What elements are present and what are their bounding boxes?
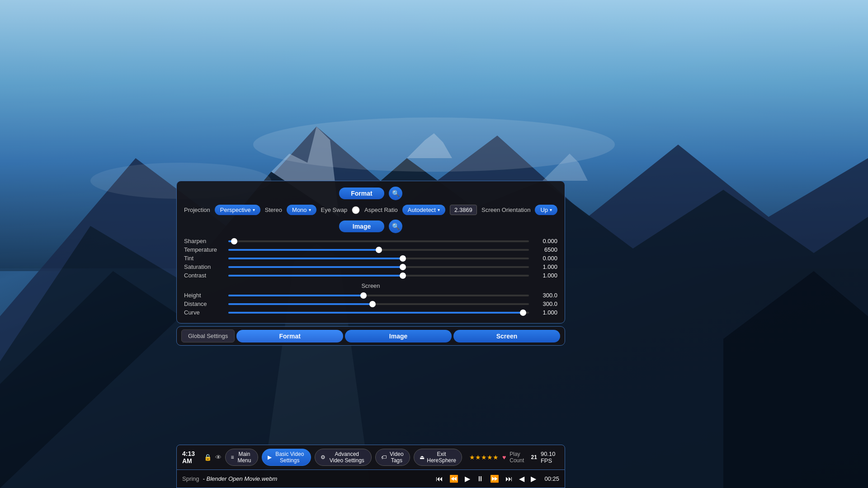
contrast-fill	[228, 275, 403, 277]
tint-value: 0.000	[533, 255, 557, 262]
main-menu-icon: ≡	[231, 454, 234, 460]
taskbar-bottom: Spring - Blender Open Movie.webm ⏮ ⏪ ▶ ⏸…	[176, 470, 565, 488]
contrast-label: Contrast	[184, 272, 225, 279]
video-tags-label: Video Tags	[389, 451, 404, 464]
lock-icon[interactable]: 🔒	[204, 454, 212, 461]
sharpen-thumb[interactable]	[231, 238, 237, 244]
eye-icon[interactable]: 👁	[215, 454, 222, 461]
eye-swap-label: Eye Swap	[321, 206, 348, 213]
temperature-fill	[228, 249, 379, 251]
contrast-thumb[interactable]	[400, 272, 406, 279]
basic-video-settings-button[interactable]: ▶ Basic Video Settings	[262, 449, 311, 466]
saturation-label: Saturation	[184, 263, 225, 270]
image-search-button[interactable]: 🔍	[389, 220, 402, 233]
format-search-button[interactable]: 🔍	[389, 187, 402, 200]
fast-forward-button[interactable]: ⏩	[488, 474, 501, 484]
image-button[interactable]: Image	[339, 221, 384, 232]
time-display: 00:25	[544, 475, 559, 482]
heart-icon[interactable]: ♥	[502, 454, 506, 461]
stereo-dropdown[interactable]: Mono	[287, 205, 316, 215]
skip-forward-button[interactable]: ⏭	[504, 474, 514, 484]
spring-label: Spring	[182, 475, 199, 482]
taskbar: 4:13 AM 🔒 👁 ≡ Main Menu ▶ Basic Video Se…	[176, 445, 565, 488]
temperature-track[interactable]	[228, 249, 529, 251]
tint-fill	[228, 258, 403, 259]
main-ui-panel: Format 🔍 Projection Perspective Stereo M…	[176, 181, 565, 348]
sharpen-label: Sharpen	[184, 238, 225, 244]
aspect-ratio-dropdown[interactable]: Autodetect	[402, 205, 445, 215]
distance-fill	[228, 303, 373, 305]
curve-value: 1.000	[533, 309, 557, 316]
tint-thumb[interactable]	[400, 255, 406, 262]
contrast-track[interactable]	[228, 275, 529, 277]
video-tags-button[interactable]: 🏷 Video Tags	[375, 449, 410, 466]
screen-sliders: Height 300.0 Distance 300.0 Curve	[184, 292, 557, 316]
pause-button[interactable]: ⏸	[475, 474, 486, 484]
skip-back-button[interactable]: ⏮	[434, 474, 445, 484]
saturation-value: 1.000	[533, 263, 557, 270]
format-button[interactable]: Format	[339, 188, 384, 199]
main-menu-button[interactable]: ≡ Main Menu	[225, 449, 259, 466]
playback-controls: ⏮ ⏪ ▶ ⏸ ⏩ ⏭ ◀ ▶ 00:25	[434, 474, 559, 484]
svg-point-9	[253, 117, 615, 172]
saturation-thumb[interactable]	[400, 264, 406, 270]
format-search-icon: 🔍	[392, 190, 400, 197]
next-button[interactable]: ▶	[529, 474, 538, 484]
bottom-tabs-row: Global Settings Format Image Screen	[176, 326, 565, 346]
eye-swap-toggle[interactable]	[352, 206, 360, 214]
fps-display: 90.10 FPS	[541, 450, 559, 464]
projection-row: Projection Perspective Stereo Mono Eye S…	[184, 205, 557, 215]
image-sliders: Sharpen 0.000 Temperature 6500 Tint	[184, 238, 557, 279]
height-track[interactable]	[228, 295, 529, 296]
sharpen-track[interactable]	[228, 240, 529, 242]
global-settings-tab[interactable]: Global Settings	[181, 329, 235, 343]
temperature-row: Temperature 6500	[184, 246, 557, 253]
image-tab[interactable]: Image	[345, 330, 452, 343]
height-label: Height	[184, 292, 225, 299]
file-name: - Blender Open Movie.webm	[203, 475, 278, 482]
tint-row: Tint 0.000	[184, 255, 557, 262]
saturation-track[interactable]	[228, 266, 529, 268]
exit-label: Exit HereSphere	[427, 451, 456, 464]
star-rating[interactable]: ★★★★★	[469, 454, 499, 461]
basic-video-settings-icon: ▶	[268, 454, 272, 460]
play-button[interactable]: ▶	[463, 474, 472, 484]
temperature-thumb[interactable]	[376, 247, 382, 253]
distance-track[interactable]	[228, 303, 529, 305]
projection-label: Projection	[184, 206, 210, 213]
aspect-ratio-input[interactable]	[450, 205, 477, 215]
curve-row: Curve 1.000	[184, 309, 557, 316]
taskbar-time: 4:13 AM	[182, 450, 198, 465]
prev-button[interactable]: ◀	[517, 474, 526, 484]
aspect-ratio-label: Aspect Ratio	[364, 206, 398, 213]
height-value: 300.0	[533, 292, 557, 299]
screen-orientation-label: Screen Orientation	[481, 206, 530, 213]
saturation-row: Saturation 1.000	[184, 263, 557, 270]
curve-fill	[228, 312, 523, 314]
distance-thumb[interactable]	[369, 301, 376, 307]
curve-thumb[interactable]	[520, 310, 526, 316]
tint-track[interactable]	[228, 258, 529, 259]
distance-row: Distance 300.0	[184, 300, 557, 307]
advanced-video-settings-icon: ⚙	[321, 454, 326, 460]
contrast-row: Contrast 1.000	[184, 272, 557, 279]
format-tab[interactable]: Format	[236, 330, 343, 343]
rewind-button[interactable]: ⏪	[448, 474, 460, 484]
projection-dropdown[interactable]: Perspective	[215, 205, 260, 215]
height-thumb[interactable]	[360, 292, 367, 299]
temperature-value: 6500	[533, 246, 557, 253]
format-image-panel: Format 🔍 Projection Perspective Stereo M…	[176, 181, 565, 324]
advanced-video-settings-button[interactable]: ⚙ Advanced Video Settings	[315, 449, 372, 466]
basic-video-settings-label: Basic Video Settings	[274, 451, 305, 464]
distance-label: Distance	[184, 300, 225, 307]
exit-button[interactable]: ⏏ Exit HereSphere	[414, 449, 462, 466]
taskbar-top: 4:13 AM 🔒 👁 ≡ Main Menu ▶ Basic Video Se…	[176, 445, 565, 470]
tint-label: Tint	[184, 255, 225, 262]
image-header-row: Image 🔍	[184, 220, 557, 233]
temperature-label: Temperature	[184, 246, 225, 253]
screen-orientation-dropdown[interactable]: Up	[535, 205, 557, 215]
screen-tab[interactable]: Screen	[453, 330, 560, 343]
curve-track[interactable]	[228, 312, 529, 314]
distance-value: 300.0	[533, 300, 557, 307]
video-tags-icon: 🏷	[381, 454, 387, 460]
